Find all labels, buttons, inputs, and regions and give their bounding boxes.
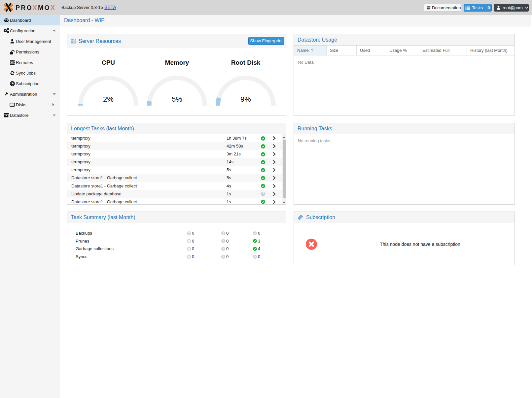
chevron-right-icon[interactable] — [272, 184, 276, 189]
brand-letter: X — [33, 4, 38, 11]
task-name: Datastore store1 - Garbage collect — [71, 182, 137, 190]
warning-count: 0 — [226, 253, 229, 261]
running-tasks-title: Running Tasks — [298, 126, 332, 132]
sidebar-item-label: Subscription — [16, 81, 40, 86]
scrollbar-vertical[interactable] — [282, 134, 286, 204]
sidebar-item-remotes[interactable]: Remotes — [0, 57, 60, 68]
ok-count: 0 — [258, 253, 260, 261]
column-header-history-last-month-[interactable]: History (last Month) — [467, 46, 514, 55]
svg-text:?: ? — [262, 192, 264, 196]
gauge-value: 2% — [74, 95, 143, 104]
sort-ascending-icon — [311, 49, 314, 52]
sidebar-item-dashboard[interactable]: Dashboard — [0, 15, 60, 25]
expander-down-icon[interactable] — [53, 115, 56, 116]
error-count-icon — [187, 239, 191, 244]
task-row[interactable]: Datastore store1 - Garbage collect4s? — [67, 182, 282, 190]
task-row[interactable]: Datastore store1 - Garbage collect5s? — [67, 174, 282, 182]
beta-link[interactable]: BETA — [104, 0, 116, 15]
status-ok-icon — [261, 144, 265, 149]
proxmox-logo: PROXMOX — [3, 3, 59, 13]
gauge-label: Memory — [143, 59, 211, 66]
sidebar-item-administration[interactable]: Administration — [0, 89, 60, 99]
sidebar-item-datastore[interactable]: Datastore — [0, 110, 60, 120]
chevron-right-icon[interactable] — [272, 152, 276, 157]
error-count-icon — [187, 231, 191, 236]
sidebar-item-label: Sync Jobs — [16, 71, 36, 76]
status-ok-icon — [261, 176, 265, 181]
warning-count-icon — [221, 255, 225, 260]
ok-count: 4 — [258, 245, 260, 253]
brand-wordmark: PROXMOX — [16, 4, 56, 12]
tasks-count-badge: 0 — [487, 5, 490, 10]
task-row[interactable]: termproxy3m 21s? — [67, 150, 282, 158]
top-header-bar: PROXMOX Backup Server 0.8-15 BETA Docume… — [0, 0, 532, 15]
task-row[interactable]: termproxy42m 58s? — [67, 142, 282, 150]
summary-label: Backups — [76, 229, 92, 237]
gauge-label: Root Disk — [211, 59, 280, 66]
error-count-icon — [187, 247, 191, 252]
task-row[interactable]: termproxy14s? — [67, 158, 282, 166]
chevron-down-icon — [525, 7, 528, 9]
no-subscription-icon — [306, 239, 317, 250]
expander-right-icon[interactable] — [53, 103, 54, 106]
summary-label: Prunes — [76, 237, 89, 245]
proxmox-logo-icon — [3, 3, 14, 12]
task-row[interactable]: Datastore store1 - Garbage collect1s? — [67, 198, 282, 204]
task-duration: 1s — [227, 190, 231, 198]
sidebar-item-user-management[interactable]: User Management — [0, 36, 60, 47]
error-count: 0 — [192, 229, 194, 237]
user-menu-button[interactable]: root@pam — [494, 4, 529, 12]
ok-count-icon — [253, 239, 257, 244]
chevron-right-icon[interactable] — [272, 144, 276, 149]
longest-tasks-title: Longest Tasks (last Month) — [71, 126, 134, 132]
task-duration: 5s — [227, 174, 231, 182]
chevron-right-icon[interactable] — [272, 192, 276, 197]
task-summary-panel: Task Summary (last Month) Backups000Prun… — [67, 212, 286, 265]
status-ok-icon — [261, 168, 265, 173]
status-ok-icon — [261, 184, 265, 189]
task-duration: 1h 38m 7s — [227, 134, 247, 142]
documentation-button[interactable]: Documentation — [424, 4, 461, 12]
warning-count: 0 — [226, 245, 229, 253]
sidebar-item-sync-jobs[interactable]: Sync Jobs — [0, 68, 60, 78]
task-duration: 5s — [227, 166, 231, 174]
scrollbar-thumb[interactable] — [283, 140, 286, 198]
column-header-usage-[interactable]: Usage % — [386, 46, 419, 55]
sidebar-item-configuration[interactable]: Configuration — [0, 25, 60, 36]
gauge-root-disk: Root Disk9% — [211, 48, 280, 115]
warning-count-icon — [221, 231, 225, 236]
task-row[interactable]: Update package database1s? — [67, 190, 282, 198]
task-row[interactable]: termproxy5s? — [67, 166, 282, 174]
chevron-right-icon[interactable] — [272, 176, 276, 181]
column-header-size[interactable]: Size — [327, 46, 357, 55]
tasks-label: Tasks — [472, 5, 483, 10]
scrollbar-up-arrow-icon[interactable] — [283, 136, 285, 138]
chevron-right-icon[interactable] — [272, 200, 276, 204]
task-list-icon — [465, 6, 470, 10]
sidebar-item-subscription[interactable]: Subscription — [0, 78, 60, 89]
sidebar-item-permissions[interactable]: Permissions — [0, 47, 60, 57]
chevron-right-icon[interactable] — [272, 168, 276, 173]
scrollbar-down-arrow-icon[interactable] — [283, 202, 285, 203]
wrench-icon — [3, 91, 9, 97]
column-header-used[interactable]: Used — [357, 46, 386, 55]
ticket-icon — [297, 214, 303, 220]
status-ok-icon — [261, 160, 265, 165]
sidebar-item-disks[interactable]: Disks — [0, 99, 60, 110]
page-title: Dashboard - WIP — [64, 15, 105, 26]
task-row[interactable]: termproxy1h 38m 7s? — [67, 134, 282, 142]
task-name: termproxy — [71, 134, 90, 142]
cogs-icon — [3, 28, 9, 33]
column-header-estimated-full[interactable]: Estimated Full — [419, 46, 467, 55]
column-header-name[interactable]: Name — [294, 46, 327, 55]
tasks-button[interactable]: Tasks 0 — [464, 4, 492, 12]
book-icon — [426, 6, 431, 10]
error-count: 0 — [192, 245, 194, 253]
expander-down-icon[interactable] — [53, 93, 56, 95]
summary-label: Syncs — [76, 253, 87, 261]
task-duration: 1s — [227, 198, 231, 204]
chevron-right-icon[interactable] — [272, 160, 276, 165]
chevron-right-icon[interactable] — [272, 136, 276, 142]
show-fingerprint-button[interactable]: Show Fingerprint — [248, 37, 284, 45]
expander-down-icon[interactable] — [53, 30, 56, 32]
